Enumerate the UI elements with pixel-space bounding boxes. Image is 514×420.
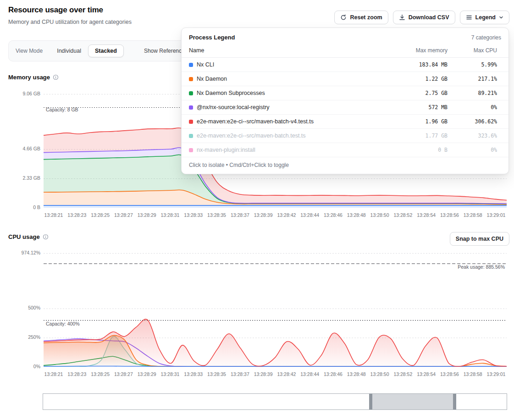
x-tick: 13:28:54 bbox=[417, 371, 436, 377]
x-tick: 13:28:46 bbox=[324, 371, 343, 377]
legend-row-max-cpu: 306.62% bbox=[452, 118, 501, 125]
x-tick: 13:28:23 bbox=[67, 212, 86, 218]
x-tick: 13:28:52 bbox=[393, 212, 412, 218]
legend-toggle-button[interactable]: Legend bbox=[460, 11, 509, 24]
x-tick: 13:28:33 bbox=[184, 371, 203, 377]
y-tick: 500% bbox=[3, 305, 40, 310]
legend-category-count: 7 categories bbox=[471, 34, 501, 41]
legend-row[interactable]: @nx/nx-source:local-registry572 MB0% bbox=[182, 100, 508, 115]
legend-row-max-memory: 572 MB bbox=[383, 104, 448, 111]
chevron-down-icon bbox=[499, 15, 503, 20]
x-tick: 13:28:58 bbox=[464, 371, 482, 377]
x-tick: 13:28:31 bbox=[161, 212, 180, 218]
x-tick: 13:28:25 bbox=[91, 212, 110, 218]
cpu-capacity-label: Capacity: 400% bbox=[46, 321, 80, 326]
page-subtitle: Memory and CPU utilization for agent cat… bbox=[8, 19, 132, 25]
reset-zoom-button[interactable]: Reset zoom bbox=[334, 11, 388, 24]
info-icon[interactable] bbox=[43, 234, 49, 240]
x-tick: 13:28:33 bbox=[184, 212, 203, 218]
x-tick: 13:28:39 bbox=[254, 371, 273, 377]
series-color-dot bbox=[189, 63, 193, 67]
x-tick: 13:28:21 bbox=[44, 371, 63, 377]
legend-row-max-cpu: 0% bbox=[452, 104, 501, 111]
legend-row-max-cpu: 5.99% bbox=[452, 61, 501, 68]
brush-handle-right[interactable] bbox=[453, 394, 456, 409]
legend-row-name: @nx/nx-source:local-registry bbox=[189, 104, 379, 111]
series-color-dot bbox=[189, 77, 193, 81]
legend-row-name: Nx CLI bbox=[189, 61, 379, 68]
info-icon[interactable] bbox=[53, 74, 59, 80]
y-tick: 0% bbox=[3, 364, 40, 369]
view-mode-stacked-button[interactable]: Stacked bbox=[88, 44, 124, 57]
download-csv-button[interactable]: Download CSV bbox=[393, 11, 455, 24]
view-mode-label: View Mode bbox=[16, 48, 43, 54]
legend-row-max-cpu: 323.6% bbox=[452, 133, 501, 139]
memory-usage-heading: Memory usage bbox=[8, 74, 50, 81]
list-icon bbox=[466, 14, 472, 21]
y-tick: 0 B bbox=[3, 204, 40, 210]
legend-row[interactable]: Nx Daemon1.22 GB217.1% bbox=[182, 72, 508, 86]
column-header-max-cpu[interactable]: Max CPU bbox=[452, 47, 501, 54]
legend-row-name: Nx Daemon bbox=[189, 76, 379, 82]
page-title: Resource usage over time bbox=[8, 6, 103, 15]
legend-row-name: nx-maven-plugin:install bbox=[189, 147, 379, 153]
snap-to-max-cpu-button[interactable]: Snap to max CPU bbox=[450, 232, 509, 246]
column-header-max-memory[interactable]: Max memory bbox=[383, 47, 448, 54]
x-tick: 13:28:23 bbox=[67, 371, 86, 377]
legend-row-label: @nx/nx-source:local-registry bbox=[197, 104, 270, 111]
legend-row-max-cpu: 217.1% bbox=[452, 76, 501, 82]
resource-usage-page: Resource usage over time Memory and CPU … bbox=[0, 0, 514, 420]
x-tick: 13:28:48 bbox=[347, 371, 366, 377]
legend-row-max-memory: 1.77 GB bbox=[383, 133, 448, 139]
y-tick: 4.66 GB bbox=[3, 146, 40, 151]
refresh-icon bbox=[340, 14, 347, 21]
download-icon bbox=[399, 14, 405, 21]
legend-row-max-cpu: 0% bbox=[452, 147, 501, 153]
series-color-dot bbox=[189, 134, 193, 138]
brush-handle-left[interactable] bbox=[369, 394, 372, 409]
legend-row-label: Nx CLI bbox=[197, 61, 214, 68]
column-header-name[interactable]: Name bbox=[189, 47, 379, 54]
x-tick: 13:29:01 bbox=[487, 371, 506, 377]
legend-row-max-memory: 0 B bbox=[383, 147, 448, 153]
legend-column-headers: Name Max memory Max CPU bbox=[182, 45, 508, 58]
legend-row-label: e2e-maven:e2e-ci--src/maven-batch.test.t… bbox=[197, 133, 306, 139]
x-tick: 13:28:54 bbox=[417, 212, 436, 218]
x-tick: 13:28:37 bbox=[231, 212, 249, 218]
x-tick: 13:28:29 bbox=[138, 371, 156, 377]
series-color-dot bbox=[189, 105, 193, 110]
view-mode-individual-button[interactable]: Individual bbox=[50, 44, 88, 57]
x-tick: 13:28:44 bbox=[300, 371, 319, 377]
x-tick: 13:28:21 bbox=[44, 212, 63, 218]
y-tick: 250% bbox=[3, 334, 40, 340]
legend-row[interactable]: e2e-maven:e2e-ci--src/maven-batch.test.t… bbox=[182, 129, 508, 143]
brush-selection[interactable] bbox=[369, 394, 456, 409]
legend-row-name: e2e-maven:e2e-ci--src/maven-batch.test.t… bbox=[189, 133, 379, 139]
reset-zoom-label: Reset zoom bbox=[350, 14, 382, 21]
legend-hint-text: Click to isolate • Cmd/Ctrl+Click to tog… bbox=[182, 157, 508, 174]
legend-row-max-memory: 183.84 MB bbox=[383, 61, 448, 68]
x-tick: 13:28:56 bbox=[440, 212, 459, 218]
header-actions: Reset zoom Download CSV Legend bbox=[334, 11, 509, 24]
x-tick: 13:28:31 bbox=[161, 371, 180, 377]
x-tick: 13:28:27 bbox=[114, 212, 133, 218]
legend-row[interactable]: nx-maven-plugin:install0 B0% bbox=[182, 143, 508, 157]
cpu-chart[interactable] bbox=[44, 253, 507, 367]
timeline-brush[interactable] bbox=[43, 393, 507, 410]
cpu-usage-heading: CPU usage bbox=[8, 233, 40, 240]
x-tick: 13:28:50 bbox=[370, 212, 389, 218]
process-legend-title: Process Legend bbox=[189, 34, 235, 41]
legend-row-label: Nx Daemon Subprocesses bbox=[197, 90, 265, 96]
legend-row[interactable]: Nx CLI183.84 MB5.99% bbox=[182, 58, 508, 72]
x-tick: 13:28:25 bbox=[91, 371, 110, 377]
legend-row-max-memory: 2.75 GB bbox=[383, 90, 448, 96]
process-legend-popover: Process Legend 7 categories Name Max mem… bbox=[181, 28, 509, 174]
x-tick: 13:28:29 bbox=[138, 212, 156, 218]
legend-row[interactable]: Nx Daemon Subprocesses2.75 GB89.21% bbox=[182, 86, 508, 100]
x-tick: 13:28:56 bbox=[440, 371, 459, 377]
legend-row-max-cpu: 89.21% bbox=[452, 90, 501, 96]
x-tick: 13:28:35 bbox=[207, 371, 226, 377]
legend-row[interactable]: e2e-maven:e2e-ci--src/maven-batch-v4.tes… bbox=[182, 115, 508, 129]
legend-button-label: Legend bbox=[475, 14, 496, 21]
legend-rows: Nx CLI183.84 MB5.99%Nx Daemon1.22 GB217.… bbox=[182, 58, 508, 157]
